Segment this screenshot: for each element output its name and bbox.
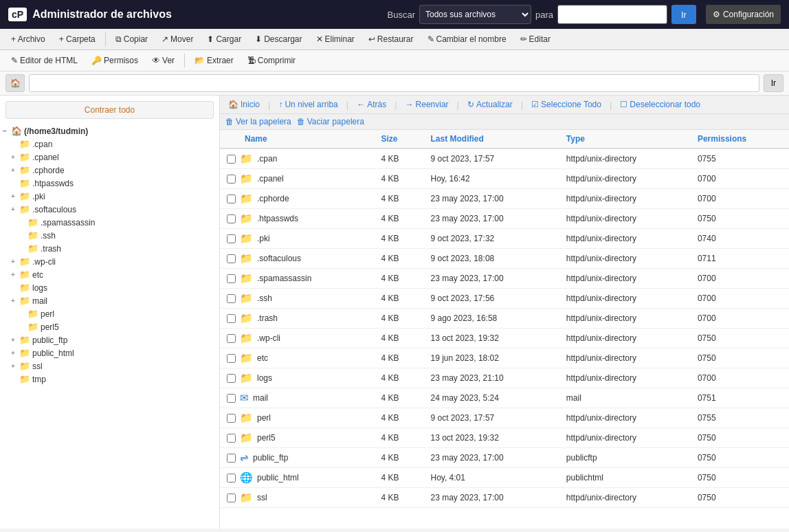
sidebar-item-cphorde[interactable]: + 📁 .cphorde [0, 164, 219, 177]
move-button[interactable]: ↗ Mover [156, 32, 199, 47]
file-name-link[interactable]: .wp-cli [257, 333, 280, 343]
file-name-link[interactable]: .cpan [257, 154, 277, 164]
row-checkbox[interactable] [227, 155, 236, 164]
sidebar-item-etc[interactable]: + 📁 etc [0, 268, 219, 281]
collapse-all-button[interactable]: Contraer todo [5, 101, 214, 119]
row-checkbox[interactable] [227, 494, 236, 502]
table-row[interactable]: 📁 .cpanel 4 KB Hoy, 16:42 httpd/unix-dir… [220, 169, 789, 189]
table-row[interactable]: ⇌ public_ftp 4 KB 23 may 2023, 17:00 pub… [220, 448, 789, 468]
sidebar-item-htpasswds[interactable]: 📁 .htpasswds [0, 177, 219, 190]
sidebar-item-spamassassin[interactable]: 📁 .spamassassin [0, 216, 219, 229]
row-checkbox[interactable] [227, 254, 236, 263]
file-name-link[interactable]: ssl [257, 493, 267, 502]
sidebar-item-mail[interactable]: + 📁 mail [0, 294, 219, 307]
permissions-button[interactable]: 🔑 Permisos [86, 53, 144, 68]
row-checkbox[interactable] [227, 274, 236, 283]
table-row[interactable]: 📁 .spamassassin 4 KB 23 may 2023, 17:00 … [220, 269, 789, 289]
path-go-button[interactable]: Ir [764, 74, 784, 92]
table-row[interactable]: 📁 .trash 4 KB 9 ago 2023, 16:58 httpd/un… [220, 309, 789, 329]
sidebar-item-cpan[interactable]: 📁 .cpan [0, 137, 219, 151]
row-checkbox[interactable] [227, 374, 236, 383]
file-name-link[interactable]: perl [257, 413, 271, 423]
sidebar-item-softaculous[interactable]: + 📁 .softaculous [0, 203, 219, 216]
upload-button[interactable]: ⬆ Cargar [201, 32, 247, 47]
file-name-link[interactable]: .cpanel [257, 174, 284, 184]
file-name-link[interactable]: .spamassassin [257, 274, 311, 283]
refresh-button[interactable]: ↻ Actualizar [465, 98, 515, 111]
table-row[interactable]: 📁 .pki 4 KB 9 oct 2023, 17:32 httpd/unix… [220, 229, 789, 249]
extract-button[interactable]: 📂 Extraer [189, 53, 239, 68]
file-name-link[interactable]: .pki [257, 234, 270, 243]
search-input[interactable] [557, 5, 667, 24]
edit-button[interactable]: ✏ Editar [515, 32, 556, 47]
search-scope-select[interactable]: Todos sus archivos Solo nombres de archi… [419, 5, 531, 24]
table-row[interactable]: 🌐 public_html 4 KB Hoy, 4:01 publichtml … [220, 468, 789, 488]
search-go-button[interactable]: Ir [671, 5, 696, 24]
row-checkbox[interactable] [227, 214, 236, 223]
file-name-link[interactable]: .cphorde [257, 194, 289, 203]
rename-button[interactable]: ✎ Cambiar el nombre [422, 32, 512, 47]
table-row[interactable]: 📁 .htpasswds 4 KB 23 may 2023, 17:00 htt… [220, 209, 789, 229]
row-checkbox[interactable] [227, 294, 236, 303]
table-row[interactable]: 📁 .softaculous 4 KB 9 oct 2023, 18:08 ht… [220, 249, 789, 269]
file-name-link[interactable]: .softaculous [257, 254, 301, 263]
deselect-all-button[interactable]: ☐ Deseleccionar todo [617, 98, 703, 111]
view-button[interactable]: 👁 Ver [146, 53, 180, 68]
sidebar-item-cpanel[interactable]: + 📁 .cpanel [0, 151, 219, 164]
file-name-link[interactable]: mail [253, 393, 268, 403]
col-name[interactable]: Name [220, 130, 374, 148]
sidebar-item-perl5[interactable]: 📁 perl5 [0, 320, 219, 333]
table-row[interactable]: 📁 .cphorde 4 KB 23 may 2023, 17:00 httpd… [220, 189, 789, 209]
table-row[interactable]: 📁 .wp-cli 4 KB 13 oct 2023, 19:32 httpd/… [220, 329, 789, 348]
table-row[interactable]: 📁 .ssh 4 KB 9 oct 2023, 17:56 httpd/unix… [220, 289, 789, 309]
inicio-button[interactable]: 🏠 Inicio [225, 98, 263, 111]
path-input[interactable] [29, 74, 759, 92]
sidebar-item-trash[interactable]: 📁 .trash [0, 242, 219, 255]
select-all-button[interactable]: ☑ Seleccione Todo [529, 98, 604, 111]
sidebar-item-public-ftp[interactable]: + 📁 public_ftp [0, 333, 219, 346]
forward-button[interactable]: → Reenviar [403, 98, 452, 111]
new-folder-button[interactable]: + Carpeta [54, 32, 101, 47]
sidebar-item-pki[interactable]: + 📁 .pki [0, 190, 219, 203]
row-checkbox[interactable] [227, 334, 236, 343]
sidebar-item-public-html[interactable]: + 📁 public_html [0, 346, 219, 359]
home-button[interactable]: 🏠 [5, 74, 25, 92]
row-checkbox[interactable] [227, 195, 236, 203]
col-modified[interactable]: Last Modified [423, 130, 559, 148]
row-checkbox[interactable] [227, 394, 236, 403]
table-row[interactable]: 📁 .cpan 4 KB 9 oct 2023, 17:57 httpd/uni… [220, 148, 789, 169]
file-name-link[interactable]: .trash [257, 313, 278, 323]
file-name-link[interactable]: perl5 [257, 433, 276, 443]
file-name-link[interactable]: etc [257, 353, 268, 363]
table-row[interactable]: 📁 etc 4 KB 19 jun 2023, 18:02 httpd/unix… [220, 348, 789, 368]
row-checkbox[interactable] [227, 434, 236, 443]
up-level-button[interactable]: ↑ Un nivel arriba [276, 98, 340, 111]
row-checkbox[interactable] [227, 314, 236, 323]
row-checkbox[interactable] [227, 474, 236, 483]
col-size[interactable]: Size [374, 130, 423, 148]
table-row[interactable]: 📁 perl 4 KB 9 oct 2023, 17:57 httpd/unix… [220, 408, 789, 428]
file-name-link[interactable]: public_html [257, 473, 299, 483]
sidebar-item-root[interactable]: − 🏠 (/home3/tudmin) [0, 124, 219, 137]
new-file-button[interactable]: + Archivo [5, 32, 51, 47]
row-checkbox[interactable] [227, 354, 236, 363]
row-checkbox[interactable] [227, 175, 236, 184]
back-button[interactable]: ← Atrás [354, 98, 389, 111]
compress-button[interactable]: 🗜 Comprimir [242, 53, 301, 68]
html-editor-button[interactable]: ✎ Editor de HTML [5, 53, 83, 68]
table-row[interactable]: 📁 logs 4 KB 23 may 2023, 21:10 httpd/uni… [220, 368, 789, 388]
row-checkbox[interactable] [227, 234, 236, 243]
col-type[interactable]: Type [559, 130, 691, 148]
sidebar-item-logs[interactable]: 📁 logs [0, 281, 219, 294]
sidebar-item-ssh[interactable]: 📁 .ssh [0, 229, 219, 242]
file-name-link[interactable]: logs [257, 373, 272, 383]
restore-button[interactable]: ↩ Restaurar [363, 32, 419, 47]
table-row[interactable]: 📁 ssl 4 KB 23 may 2023, 17:00 httpd/unix… [220, 488, 789, 508]
delete-button[interactable]: ✕ Eliminar [311, 32, 360, 47]
col-permissions[interactable]: Permissions [691, 130, 789, 148]
view-trash-button[interactable]: 🗑 Ver la papelera [225, 117, 291, 126]
empty-trash-button[interactable]: 🗑 Vaciar papelera [297, 117, 364, 126]
file-name-link[interactable]: .htpasswds [257, 214, 298, 223]
sidebar-item-wp-cli[interactable]: + 📁 .wp-cli [0, 255, 219, 268]
row-checkbox[interactable] [227, 454, 236, 463]
